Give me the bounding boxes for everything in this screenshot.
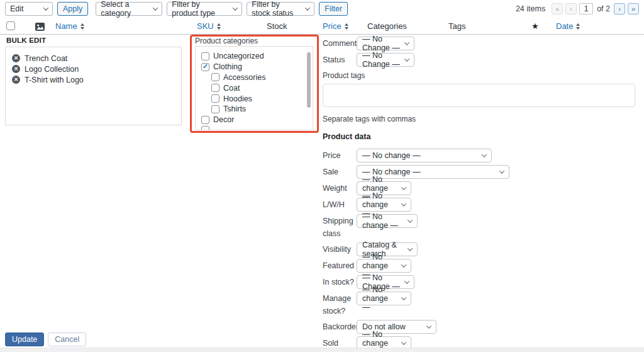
remove-product-icon[interactable]: ✕ xyxy=(12,54,20,62)
sale-label: Sale xyxy=(323,165,357,178)
category-label: Clothing xyxy=(213,62,242,71)
remove-product-icon[interactable]: ✕ xyxy=(12,76,20,84)
backorders-label: Backorders? xyxy=(323,320,357,333)
featured-column-star-icon: ★ xyxy=(531,18,539,35)
category-label: Decor xyxy=(213,115,234,124)
category-label: Coat xyxy=(223,84,240,93)
column-header-date[interactable]: Date xyxy=(556,18,580,35)
chevron-down-icon xyxy=(305,5,310,10)
chevron-down-icon xyxy=(43,5,48,10)
category-checkbox[interactable] xyxy=(201,63,209,71)
column-header-sku[interactable]: SKU xyxy=(197,18,221,35)
chevron-down-icon xyxy=(401,295,406,300)
chevron-down-icon xyxy=(404,40,409,45)
product-name: Logo Collection xyxy=(25,65,79,74)
table-header-row: Name SKU Stock Price Categories Tags ★ D… xyxy=(0,18,644,35)
product-data-title: Product data xyxy=(323,132,636,141)
category-filter-select[interactable]: Select a category xyxy=(96,2,162,16)
bulk-edit-form: Comments — No Change — Status — No Chang… xyxy=(323,37,636,352)
category-row: Decor xyxy=(201,115,307,125)
bulk-edit-products-page: Edit Apply Select a category Filter by p… xyxy=(0,0,644,352)
select-all-checkbox[interactable] xyxy=(6,21,15,30)
sort-icon xyxy=(217,23,221,30)
bulk-action-select-value: Edit xyxy=(10,4,24,13)
column-header-stock: Stock xyxy=(267,18,287,35)
stock-status-filter-select[interactable]: Filter by stock status xyxy=(247,2,314,16)
column-header-price[interactable]: Price xyxy=(323,18,348,35)
category-label: Accessories xyxy=(223,73,265,82)
pagination: 24 items « ‹ of 2 › » xyxy=(516,3,639,14)
category-checkbox[interactable] xyxy=(201,126,209,130)
chevron-down-icon xyxy=(401,339,406,344)
comments-label: Comments xyxy=(323,37,357,50)
category-label: Uncategorized xyxy=(213,52,264,60)
product-type-filter-value: Filter by product type xyxy=(172,0,227,18)
shipping-class-label: Shipping class xyxy=(323,214,357,240)
shipping-class-select[interactable]: — No change — xyxy=(357,214,418,228)
selected-products-box: ✕ Trench Coat ✕ Logo Collection ✕ T-Shir… xyxy=(5,47,182,125)
next-page-button[interactable]: › xyxy=(614,3,625,14)
selected-product-row: ✕ T-Shirt with Logo xyxy=(12,74,175,85)
prev-page-button[interactable]: ‹ xyxy=(565,3,577,14)
lwh-select[interactable]: — No change — xyxy=(357,198,411,212)
product-tags-label: Product tags xyxy=(323,71,636,80)
column-header-name[interactable]: Name xyxy=(55,18,84,35)
category-row: Tshirts xyxy=(211,104,307,115)
scrollbar-thumb[interactable] xyxy=(307,52,311,108)
category-row: Clothing xyxy=(201,62,307,72)
current-page-input[interactable] xyxy=(579,3,593,14)
lwh-label: L/W/H xyxy=(323,198,357,211)
chevron-down-icon xyxy=(401,262,406,267)
remove-product-icon[interactable]: ✕ xyxy=(12,65,20,73)
product-name: Trench Coat xyxy=(25,54,67,63)
items-count: 24 items xyxy=(516,4,545,13)
category-checkbox[interactable] xyxy=(201,52,209,60)
chevron-down-icon xyxy=(153,5,158,10)
price-select[interactable]: — No change — xyxy=(357,149,492,162)
column-header-categories: Categories xyxy=(367,18,407,35)
category-row: Uncategorized xyxy=(201,51,307,62)
column-header-tags: Tags xyxy=(448,18,465,35)
selected-product-row: ✕ Logo Collection xyxy=(12,64,175,74)
category-label: Hoodies xyxy=(223,94,252,103)
total-pages-label: of 2 xyxy=(597,4,610,13)
category-checkbox[interactable] xyxy=(211,84,219,92)
stock-status-filter-value: Filter by stock status xyxy=(252,0,299,18)
image-column-icon xyxy=(35,22,45,33)
visibility-label: Visibility xyxy=(323,242,357,256)
chevron-down-icon xyxy=(499,168,504,173)
category-checkbox[interactable] xyxy=(201,116,209,124)
product-tags-textarea[interactable] xyxy=(323,84,635,107)
apply-button[interactable]: Apply xyxy=(57,2,88,16)
last-page-button[interactable]: » xyxy=(628,3,639,14)
update-button[interactable]: Update xyxy=(5,332,44,346)
category-checkbox[interactable] xyxy=(211,105,219,113)
chevron-down-icon xyxy=(408,246,413,251)
category-checkbox[interactable] xyxy=(211,73,219,81)
chevron-down-icon xyxy=(404,278,409,283)
manage-stock-label: Manage stock? xyxy=(323,292,357,317)
bulk-action-select[interactable]: Edit xyxy=(5,2,53,16)
bulk-edit-title: BULK EDIT xyxy=(6,37,46,44)
category-checkbox[interactable] xyxy=(211,94,219,103)
category-label: Tshirts xyxy=(223,105,246,113)
cancel-button[interactable]: Cancel xyxy=(48,332,86,346)
category-row: Accessories xyxy=(211,72,307,83)
chevron-down-icon xyxy=(404,56,409,61)
featured-select[interactable]: — No change — xyxy=(357,259,411,273)
manage-stock-select[interactable]: — No change — xyxy=(357,292,411,305)
filter-button[interactable]: Filter xyxy=(319,2,348,16)
chevron-down-icon xyxy=(408,217,413,222)
sort-icon xyxy=(345,23,348,30)
product-name: T-Shirt with Logo xyxy=(25,76,84,84)
weight-label: Weight xyxy=(323,181,357,195)
sort-icon xyxy=(80,23,84,30)
comments-select[interactable]: — No Change — xyxy=(357,37,414,50)
category-row: Coat xyxy=(211,82,307,93)
first-page-button[interactable]: « xyxy=(552,3,563,14)
category-filter-value: Select a category xyxy=(101,0,147,18)
selected-product-row: ✕ Trench Coat xyxy=(12,53,175,64)
footer-actions: Update Cancel xyxy=(5,332,86,346)
status-select[interactable]: — No Change — xyxy=(357,53,414,67)
product-type-filter-select[interactable]: Filter by product type xyxy=(167,2,242,16)
